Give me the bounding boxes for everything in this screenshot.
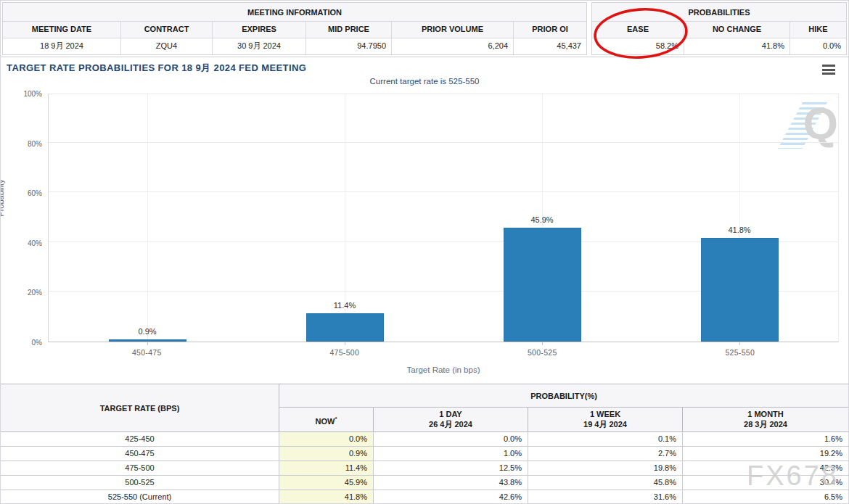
- bar-value-label: 11.4%: [306, 301, 384, 310]
- col-header-ease: EASE: [592, 22, 684, 38]
- meeting-information-header-row: MEETING DATE CONTRACT EXPIRES MID PRICE …: [3, 22, 586, 38]
- x-category-label: 525-550: [725, 348, 755, 357]
- y-gridline: [49, 191, 838, 192]
- bar-475-500: [306, 313, 384, 342]
- probability-table-header: TARGET RATE (BPS) PROBABILITY(%) NOW* 1 …: [1, 384, 848, 432]
- col-header-no-change: NO CHANGE: [684, 22, 790, 38]
- y-tick-label: 0%: [32, 339, 42, 347]
- one-month-cell: 1.6%: [683, 432, 848, 446]
- x-axis-tick: [147, 342, 148, 345]
- y-tick-label: 80%: [28, 139, 42, 147]
- one-month-cell: 19.2%: [683, 447, 848, 460]
- value-mid-price: 94.7950: [306, 38, 392, 54]
- one-day-cell: 42.6%: [374, 490, 528, 504]
- 1-week-label: 1 WEEK: [528, 409, 682, 419]
- plot-area: 0.9%11.4%45.9%41.8%: [48, 94, 839, 342]
- y-gridline: [49, 142, 838, 143]
- probability-group-title: PROBABILITY(%): [279, 384, 848, 408]
- now-label: NOW: [315, 417, 335, 426]
- one-day-cell: 12.5%: [374, 461, 528, 475]
- rate-cell: 425-450: [1, 432, 279, 446]
- one-day-cell: 1.0%: [374, 447, 528, 460]
- value-prior-oi: 45,437: [514, 38, 586, 54]
- col-group-target-rate: TARGET RATE (BPS): [1, 384, 279, 431]
- x-category-label: 475-500: [329, 348, 359, 357]
- col-header-1-week: 1 WEEK 19 4月 2024: [528, 408, 683, 431]
- bar-value-label: 0.9%: [109, 327, 186, 336]
- rate-cell: 500-525: [1, 476, 279, 489]
- probability-subcolumns: NOW* 1 DAY 26 4月 2024 1 WEEK 19 4月 2024 …: [279, 408, 848, 431]
- col-header-hike: HIKE: [790, 22, 846, 38]
- chart-title: TARGET RATE PROBABILITIES FOR 18 9月 2024…: [7, 62, 306, 75]
- chart-subtitle: Current target rate is 525-550: [1, 77, 848, 86]
- meeting-information-title: MEETING INFORMATION: [3, 3, 586, 22]
- 1-month-date: 28 3月 2024: [683, 419, 848, 429]
- target-rate-chart: TARGET RATE PROBABILITIES FOR 18 9月 2024…: [1, 57, 848, 384]
- one-week-cell: 31.6%: [528, 490, 683, 504]
- bar-value-label: 45.9%: [504, 215, 581, 224]
- x-axis-title: Target Rate (in bps): [48, 365, 839, 374]
- chart-menu-icon[interactable]: [822, 65, 837, 76]
- one-month-cell: 42.3%: [683, 461, 848, 475]
- meeting-information-value-row: 18 9月 2024 ZQU4 30 9月 2024 94.7950 6,204…: [3, 38, 586, 54]
- one-week-cell: 0.1%: [528, 432, 683, 446]
- col-header-mid-price: MID PRICE: [306, 22, 392, 38]
- bar-525-550: [701, 238, 779, 342]
- y-axis-title: Probability: [0, 179, 5, 216]
- col-header-1-month: 1 MONTH 28 3月 2024: [683, 408, 848, 431]
- one-week-cell: 2.7%: [528, 447, 683, 460]
- now-cell: 0.9%: [279, 447, 374, 460]
- one-day-cell: 43.8%: [374, 476, 528, 489]
- col-group-probability: PROBABILITY(%) NOW* 1 DAY 26 4月 2024 1 W…: [279, 384, 848, 431]
- 1-week-date: 19 4月 2024: [528, 419, 682, 429]
- one-month-cell: 6.5%: [683, 490, 848, 504]
- rate-cell: 475-500: [1, 461, 279, 475]
- value-hike: 0.0%: [790, 38, 846, 54]
- rate-cell: 450-475: [1, 447, 279, 460]
- table-row: 425-450 0.0% 0.0% 0.1% 1.6%: [1, 432, 848, 447]
- value-no-change: 41.8%: [684, 38, 790, 54]
- x-axis-labels: 450-475475-500500-525525-550: [48, 348, 839, 358]
- value-meeting-date: 18 9月 2024: [3, 38, 121, 54]
- top-summary-row: MEETING INFORMATION MEETING DATE CONTRAC…: [1, 1, 848, 55]
- one-week-cell: 19.8%: [528, 461, 683, 475]
- y-tick-label: 100%: [23, 90, 42, 98]
- x-axis-tick: [542, 342, 543, 345]
- value-contract: ZQU4: [121, 38, 213, 54]
- bar-value-label: 41.8%: [701, 226, 779, 234]
- now-cell: 45.9%: [279, 476, 374, 489]
- y-tick-label: 40%: [28, 239, 42, 247]
- one-day-cell: 0.0%: [374, 432, 528, 446]
- x-gridline: [147, 94, 148, 342]
- table-row: 500-525 45.9% 43.8% 45.8% 30.4%: [1, 476, 848, 490]
- y-tick-label: 60%: [28, 189, 42, 197]
- now-cell: 11.4%: [279, 461, 374, 475]
- 1-day-date: 26 4月 2024: [374, 419, 528, 429]
- probabilities-title: PROBABILITIES: [592, 3, 846, 22]
- col-header-1-day: 1 DAY 26 4月 2024: [374, 408, 528, 431]
- probabilities-table: PROBABILITIES EASE NO CHANGE HIKE 58.2% …: [591, 2, 847, 55]
- probabilities-value-row: 58.2% 41.8% 0.0%: [592, 38, 846, 54]
- col-header-prior-volume: PRIOR VOLUME: [392, 22, 514, 38]
- now-cell: 41.8%: [279, 490, 374, 504]
- probabilities-header-row: EASE NO CHANGE HIKE: [592, 22, 846, 38]
- now-cell: 0.0%: [279, 432, 374, 446]
- value-expires: 30 9月 2024: [213, 38, 306, 54]
- fedwatch-page: MEETING INFORMATION MEETING DATE CONTRAC…: [0, 0, 849, 504]
- col-header-expires: EXPIRES: [213, 22, 306, 38]
- table-row: 475-500 11.4% 12.5% 19.8% 42.3%: [1, 461, 848, 476]
- y-axis: 0%20%40%60%80%100%: [1, 94, 44, 342]
- value-ease: 58.2%: [592, 38, 684, 54]
- table-row: 525-550 (Current) 41.8% 42.6% 31.6% 6.5%: [1, 490, 848, 504]
- value-prior-volume: 6,204: [392, 38, 514, 54]
- x-axis-tick: [739, 342, 740, 345]
- meeting-information-table: MEETING INFORMATION MEETING DATE CONTRAC…: [2, 2, 587, 55]
- 1-month-label: 1 MONTH: [683, 409, 848, 419]
- col-header-contract: CONTRACT: [121, 22, 213, 38]
- rate-cell: 525-550 (Current): [1, 490, 279, 504]
- bar-450-475: [109, 339, 186, 342]
- one-month-cell: 30.4%: [683, 476, 848, 489]
- y-tick-label: 20%: [28, 289, 42, 297]
- one-week-cell: 45.8%: [528, 476, 683, 489]
- 1-day-label: 1 DAY: [374, 409, 528, 419]
